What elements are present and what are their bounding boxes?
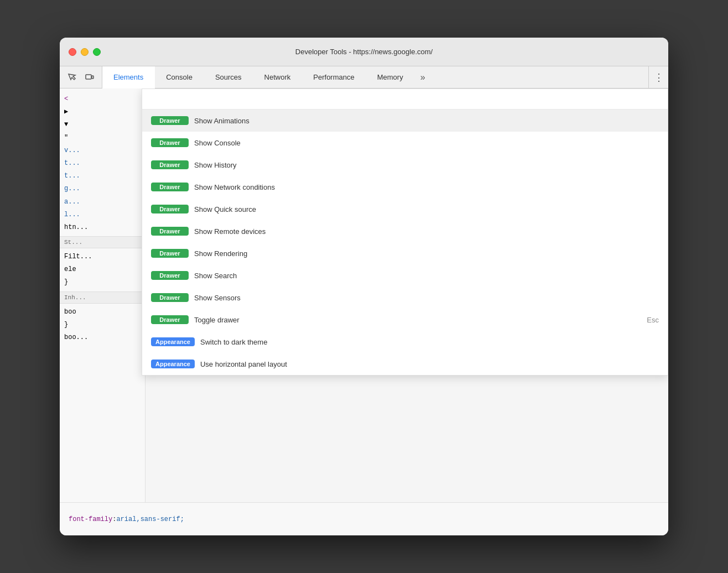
styles-section: St... [60, 236, 145, 248]
command-label: Toggle drawer [194, 316, 641, 324]
command-label: Use horizontal panel layout [200, 360, 659, 368]
devtools-window: Developer Tools - https://news.google.co… [60, 38, 668, 535]
css-value: arial,sans-serif; [116, 515, 184, 523]
tab-memory[interactable]: Memory [366, 66, 415, 88]
panel-line: t... [60, 170, 145, 183]
list-item[interactable]: Drawer Show Remote devices [142, 220, 668, 242]
tab-console[interactable]: Console [155, 66, 204, 88]
tab-sources[interactable]: Sources [204, 66, 253, 88]
tabs: Elements Console Sources Network Perform… [102, 66, 648, 88]
panel-line: t... [60, 157, 145, 170]
panel-line: ▼ [60, 118, 145, 131]
list-item[interactable]: Drawer Show Console [142, 132, 668, 154]
minimize-button[interactable] [81, 48, 89, 56]
svg-rect-0 [86, 75, 91, 79]
close-button[interactable] [69, 48, 76, 56]
list-item[interactable]: Appearance Switch to dark theme [142, 331, 668, 353]
panel-line: v... [60, 144, 145, 157]
command-search-input[interactable] [151, 95, 659, 103]
inspect-icon[interactable] [64, 70, 80, 85]
drawer-badge: Drawer [151, 160, 189, 169]
command-label: Show Quick source [194, 205, 659, 213]
devtools-menu-button[interactable]: ⋮ [648, 66, 668, 88]
command-menu: Drawer Show Animations Drawer Show Conso… [142, 88, 668, 376]
drawer-badge: Drawer [151, 183, 189, 191]
elements-panel: < ▶ ▼ " v... t... t... g... a... l... ht… [60, 88, 145, 502]
drawer-badge: Drawer [151, 116, 189, 125]
appearance-badge: Appearance [151, 360, 195, 368]
drawer-badge: Drawer [151, 205, 189, 213]
command-label: Show Animations [194, 117, 659, 125]
tab-performance[interactable]: Performance [302, 66, 366, 88]
css-property: font-family [69, 515, 112, 523]
panel-line: boo... [60, 331, 145, 344]
more-tabs-button[interactable]: » [415, 66, 431, 88]
list-item[interactable]: Drawer Show Quick source [142, 198, 668, 220]
main-content: < ▶ ▼ " v... t... t... g... a... l... ht… [60, 88, 668, 502]
panel-line: < [60, 93, 145, 106]
list-item[interactable]: Appearance Use horizontal panel layout [142, 353, 668, 375]
tab-elements[interactable]: Elements [102, 66, 155, 88]
drawer-badge: Drawer [151, 138, 189, 147]
titlebar: Developer Tools - https://news.google.co… [60, 38, 668, 66]
command-label: Show Rendering [194, 249, 659, 258]
drawer-badge: Drawer [151, 249, 189, 258]
command-list: Drawer Show Animations Drawer Show Conso… [142, 110, 668, 375]
panel-line: g... [60, 183, 145, 195]
list-item[interactable]: Drawer Show Network conditions [142, 176, 668, 198]
panel-line: " [60, 132, 145, 144]
inherited-section: Inh... [60, 291, 145, 304]
command-label: Show Network conditions [194, 183, 659, 191]
command-label: Show Search [194, 272, 659, 280]
list-item[interactable]: Drawer Show Rendering [142, 242, 668, 264]
panel-line: a... [60, 196, 145, 209]
command-label: Show Sensors [194, 294, 659, 302]
drawer-badge: Drawer [151, 271, 189, 280]
appearance-badge: Appearance [151, 337, 195, 346]
shortcut-label: Esc [647, 316, 659, 324]
command-label: Switch to dark theme [200, 338, 659, 346]
panel-line: } [60, 276, 145, 289]
drawer-badge: Drawer [151, 227, 189, 236]
list-item[interactable]: Drawer Show Sensors [142, 286, 668, 309]
device-icon[interactable] [82, 70, 97, 85]
command-label: Show Remote devices [194, 227, 659, 236]
list-item[interactable]: Drawer Show History [142, 154, 668, 176]
panel-line: l... [60, 209, 145, 221]
toolbar: Elements Console Sources Network Perform… [60, 66, 668, 88]
svg-rect-1 [92, 76, 93, 79]
panel-line: ele [60, 263, 145, 276]
command-label: Show Console [194, 139, 659, 147]
list-item[interactable]: Drawer Show Animations [142, 110, 668, 132]
command-search-bar[interactable] [142, 89, 668, 110]
panel-line: Filt... [60, 251, 145, 263]
list-item[interactable]: Drawer Toggle drawer Esc [142, 309, 668, 331]
drawer-badge: Drawer [151, 315, 189, 324]
traffic-lights [69, 48, 101, 56]
list-item[interactable]: Drawer Show Search [142, 264, 668, 286]
drawer-badge: Drawer [151, 293, 189, 302]
toolbar-icons [60, 66, 102, 88]
panel-line: } [60, 319, 145, 331]
css-colon: : [112, 515, 116, 523]
window-title: Developer Tools - https://news.google.co… [295, 48, 433, 56]
tab-network[interactable]: Network [253, 66, 303, 88]
panel-line: boo [60, 306, 145, 319]
panel-line: ▶ [60, 106, 145, 118]
maximize-button[interactable] [93, 48, 101, 56]
panel-line: htn... [60, 221, 145, 234]
command-label: Show History [194, 161, 659, 169]
bottom-panel: font-family : arial,sans-serif; [60, 502, 668, 535]
